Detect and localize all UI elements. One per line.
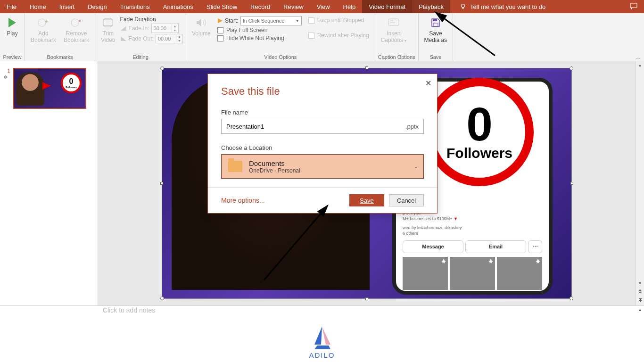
cancel-button[interactable]: Cancel xyxy=(389,194,424,206)
play-icon xyxy=(6,16,19,29)
resize-handle[interactable] xyxy=(160,182,163,185)
save-media-button[interactable]: Save Media as xyxy=(421,15,450,45)
start-select[interactable]: In Click Sequence▼ xyxy=(240,16,302,25)
pin-icon xyxy=(488,259,493,263)
volume-icon xyxy=(195,16,208,29)
volume-button[interactable]: Volume xyxy=(189,15,214,38)
hide-not-playing-checkbox[interactable]: Hide While Not Playing xyxy=(217,35,302,41)
resize-handle[interactable] xyxy=(160,296,164,300)
svg-rect-7 xyxy=(433,23,438,26)
resize-handle[interactable] xyxy=(570,182,573,185)
slide-thumbnails-panel: 1 ✻ 0Followers xyxy=(0,61,98,305)
tab-slideshow[interactable]: Slide Show xyxy=(200,0,244,13)
tab-record[interactable]: Record xyxy=(244,0,277,13)
phone-email-button: Email xyxy=(465,240,526,253)
resize-handle[interactable] xyxy=(365,297,368,300)
lightbulb-icon xyxy=(460,3,466,10)
save-file-dialog: ✕ Save this file File name .pptx Choose … xyxy=(207,74,438,214)
add-bookmark-button[interactable]: Add Bookmark xyxy=(28,15,59,45)
location-selector[interactable]: Documents OneDrive - Personal ⌄ xyxy=(221,154,424,179)
tab-design[interactable]: Design xyxy=(81,0,113,13)
insert-captions-button[interactable]: Insert Captions ▾ xyxy=(378,15,410,45)
dialog-title: Save this file xyxy=(221,85,424,98)
filename-input-wrap[interactable]: .pptx xyxy=(221,119,424,134)
group-preview: Play Preview xyxy=(0,13,25,61)
group-captions: Insert Captions ▾ Caption Options xyxy=(375,13,419,61)
followers-badge: 0 Followers xyxy=(425,78,534,186)
branding-area: ADILO xyxy=(0,314,644,362)
resize-handle[interactable] xyxy=(570,66,573,70)
tab-transitions[interactable]: Transitions xyxy=(114,0,157,13)
file-extension: .pptx xyxy=(405,123,419,130)
notes-pane[interactable]: Click to add notes ▴ xyxy=(0,305,644,314)
collapse-ribbon-icon[interactable]: ︿ xyxy=(636,54,641,62)
slide-number: 1 xyxy=(4,68,10,74)
save-icon xyxy=(429,16,442,29)
group-video-options: Volume Start: In Click Sequence▼ Play Fu… xyxy=(186,13,375,61)
bookmark-remove-icon xyxy=(70,16,83,29)
prev-slide-icon[interactable]: ⯭ xyxy=(636,289,644,294)
chevron-down-icon: ⌄ xyxy=(414,164,418,169)
trim-icon xyxy=(101,16,115,29)
location-label: Choose a Location xyxy=(221,144,424,151)
tab-playback[interactable]: Playback xyxy=(412,0,450,13)
fade-in-input[interactable]: 00.00▲▼ xyxy=(151,24,179,33)
group-save: Save Media as Save xyxy=(419,13,454,61)
scroll-down-icon[interactable]: ▾ xyxy=(636,280,644,286)
animation-indicator-icon: ✻ xyxy=(4,74,10,80)
fade-in-icon xyxy=(120,25,127,31)
tab-review[interactable]: Review xyxy=(277,0,310,13)
rewind-checkbox[interactable]: Rewind after Playing xyxy=(308,32,369,39)
tab-file[interactable]: File xyxy=(0,0,23,13)
tell-me-search[interactable]: Tell me what you want to do xyxy=(450,3,623,10)
resize-handle[interactable] xyxy=(365,66,368,69)
more-options-link[interactable]: More options... xyxy=(221,197,265,204)
slide-thumbnail-1[interactable]: 0Followers xyxy=(13,68,86,109)
scroll-up-icon[interactable]: ▴ xyxy=(636,62,644,67)
resize-handle[interactable] xyxy=(570,296,573,300)
fullscreen-checkbox[interactable]: Play Full Screen xyxy=(217,27,302,33)
svg-rect-1 xyxy=(630,3,637,8)
tab-video-format[interactable]: Video Format xyxy=(362,0,412,13)
group-bookmarks: Add Bookmark Remove Bookmark Bookmarks xyxy=(25,13,95,61)
save-button[interactable]: Save xyxy=(349,194,384,206)
notes-collapse-icon[interactable]: ▴ xyxy=(639,307,641,312)
tab-home[interactable]: Home xyxy=(23,0,53,13)
resize-handle[interactable] xyxy=(160,66,164,70)
fade-out-icon xyxy=(120,36,127,41)
filename-input[interactable] xyxy=(226,123,405,130)
comments-icon[interactable] xyxy=(623,3,644,11)
adilo-logo-icon xyxy=(308,326,336,350)
filename-label: File name xyxy=(221,109,424,116)
remove-bookmark-button[interactable]: Remove Bookmark xyxy=(61,15,92,45)
vertical-scrollbar[interactable]: ▴ ▾ ⯭ ⯯ xyxy=(636,61,644,305)
tab-animations[interactable]: Animations xyxy=(157,0,200,13)
play-button[interactable]: Play xyxy=(3,15,22,38)
pin-icon xyxy=(536,259,540,263)
tab-view[interactable]: View xyxy=(310,0,337,13)
fade-out-input[interactable]: 00.00▲▼ xyxy=(156,34,183,43)
tab-help[interactable]: Help xyxy=(337,0,363,13)
pin-icon xyxy=(441,259,446,263)
brand-name: ADILO xyxy=(309,351,335,359)
location-name: Documents xyxy=(249,159,300,167)
folder-icon xyxy=(228,161,242,172)
tab-insert[interactable]: Insert xyxy=(53,0,82,13)
svg-point-0 xyxy=(461,4,464,8)
location-sub: OneDrive - Personal xyxy=(249,167,300,174)
fade-duration-label: Fade Duration xyxy=(120,16,183,23)
trim-video-button[interactable]: Trim Video xyxy=(98,15,118,45)
fade-out-row: Fade Out: 00.00▲▼ xyxy=(120,34,183,43)
loop-checkbox[interactable]: Loop until Stopped xyxy=(308,17,369,24)
bookmark-add-icon xyxy=(37,16,50,29)
captions-icon xyxy=(387,16,400,29)
start-icon xyxy=(217,18,223,24)
ribbon-tabs: File Home Insert Design Transitions Anim… xyxy=(0,0,644,13)
next-slide-icon[interactable]: ⯯ xyxy=(636,297,644,303)
phone-message-button: Message xyxy=(403,240,463,253)
svg-point-3 xyxy=(71,19,79,26)
svg-rect-5 xyxy=(388,19,399,25)
dialog-close-button[interactable]: ✕ xyxy=(425,79,431,88)
fade-in-row: Fade In: 00.00▲▼ xyxy=(120,24,183,33)
svg-point-2 xyxy=(38,19,46,26)
